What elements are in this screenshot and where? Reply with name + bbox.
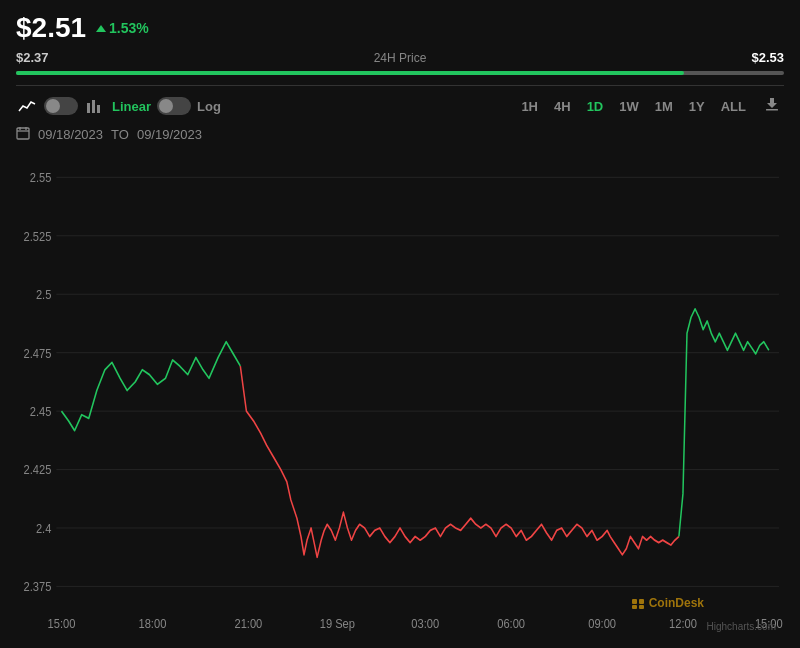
svg-rect-2 <box>97 105 100 113</box>
svg-rect-3 <box>766 109 778 111</box>
svg-text:03:00: 03:00 <box>411 616 439 631</box>
time-btn-1w[interactable]: 1W <box>613 97 645 116</box>
toggle-knob-2 <box>159 99 173 113</box>
progress-bar-fill <box>16 71 684 75</box>
svg-text:18:00: 18:00 <box>139 616 167 631</box>
time-btn-1y[interactable]: 1Y <box>683 97 711 116</box>
coindesk-label: CoinDesk <box>649 596 704 610</box>
date-to-label: TO <box>111 127 129 142</box>
svg-text:15:00: 15:00 <box>48 616 76 631</box>
linear-log-group: Linear Log <box>112 97 221 115</box>
highcharts-label: Highcharts.com <box>707 621 776 632</box>
green-segment-1 <box>61 342 240 431</box>
calendar-icon <box>16 126 30 143</box>
green-segment-2 <box>679 309 769 537</box>
svg-text:06:00: 06:00 <box>497 616 525 631</box>
time-btn-all[interactable]: ALL <box>715 97 752 116</box>
chart-area: 2.55 2.525 2.5 2.475 2.45 2.425 2.4 2.37… <box>16 153 784 640</box>
chart-type-toggle[interactable] <box>44 97 78 115</box>
svg-text:2.45: 2.45 <box>30 404 52 419</box>
line-chart-button[interactable] <box>16 97 38 115</box>
main-price: $2.51 <box>16 12 86 44</box>
price-header: $2.51 1.53% <box>16 12 784 44</box>
time-btn-4h[interactable]: 4H <box>548 97 577 116</box>
main-container: $2.51 1.53% $2.37 24H Price $2.53 <box>0 0 800 648</box>
svg-rect-0 <box>87 103 90 113</box>
svg-text:12:00: 12:00 <box>669 616 697 631</box>
price-range-label: 24H Price <box>66 51 734 65</box>
svg-rect-4 <box>17 128 29 139</box>
highcharts-watermark: Highcharts.com <box>707 621 776 632</box>
price-high: $2.53 <box>734 50 784 65</box>
date-range-row: 09/18/2023 TO 09/19/2023 <box>16 126 784 143</box>
log-label: Log <box>197 99 221 114</box>
time-btn-1d[interactable]: 1D <box>581 97 610 116</box>
svg-rect-36 <box>639 605 644 609</box>
svg-text:09:00: 09:00 <box>588 616 616 631</box>
price-chart: 2.55 2.525 2.5 2.475 2.45 2.425 2.4 2.37… <box>16 153 784 640</box>
linear-label: Linear <box>112 99 151 114</box>
red-segment-1 <box>240 366 679 557</box>
toggle-knob <box>46 99 60 113</box>
time-buttons: 1H 4H 1D 1W 1M 1Y ALL <box>515 97 752 116</box>
date-from: 09/18/2023 <box>38 127 103 142</box>
svg-text:2.425: 2.425 <box>24 462 52 477</box>
linear-log-toggle[interactable] <box>157 97 191 115</box>
svg-text:2.5: 2.5 <box>36 287 52 302</box>
svg-rect-33 <box>632 599 637 604</box>
svg-rect-1 <box>92 100 95 113</box>
price-change-pct: 1.53% <box>109 20 149 36</box>
svg-text:2.525: 2.525 <box>24 229 52 244</box>
controls-row: Linear Log 1H 4H 1D 1W 1M 1Y ALL <box>16 94 784 118</box>
price-change: 1.53% <box>96 20 149 36</box>
svg-text:2.475: 2.475 <box>24 346 52 361</box>
svg-text:19 Sep: 19 Sep <box>320 616 355 631</box>
coindesk-watermark: CoinDesk <box>631 596 704 610</box>
time-btn-1h[interactable]: 1H <box>515 97 544 116</box>
price-range-row: $2.37 24H Price $2.53 <box>16 50 784 65</box>
price-progress-bar <box>16 71 784 75</box>
svg-rect-34 <box>639 599 644 604</box>
up-arrow-icon <box>96 25 106 32</box>
download-button[interactable] <box>760 94 784 118</box>
svg-text:2.55: 2.55 <box>30 170 52 185</box>
svg-text:2.4: 2.4 <box>36 521 52 536</box>
date-to: 09/19/2023 <box>137 127 202 142</box>
chart-type-icons <box>16 97 104 115</box>
svg-text:2.375: 2.375 <box>24 579 52 594</box>
divider <box>16 85 784 86</box>
bar-chart-button[interactable] <box>84 97 104 115</box>
svg-text:21:00: 21:00 <box>235 616 263 631</box>
time-btn-1m[interactable]: 1M <box>649 97 679 116</box>
svg-rect-35 <box>632 605 637 609</box>
price-low: $2.37 <box>16 50 66 65</box>
